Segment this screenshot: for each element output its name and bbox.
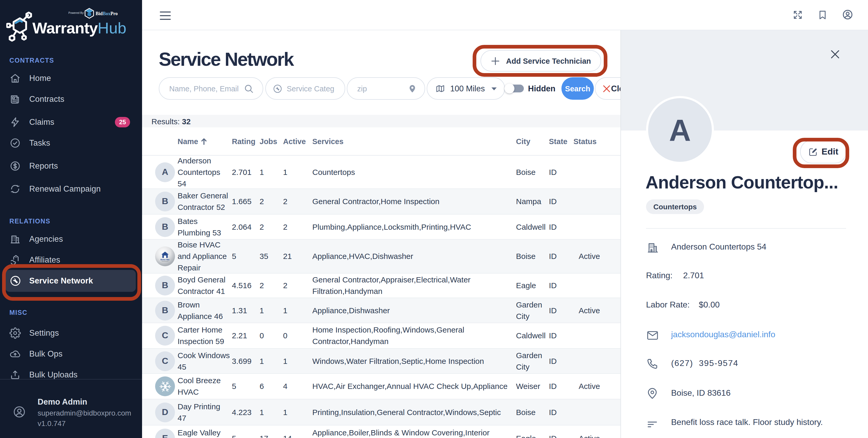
svg-text:Boise Hac: Boise Hac: [161, 258, 170, 261]
